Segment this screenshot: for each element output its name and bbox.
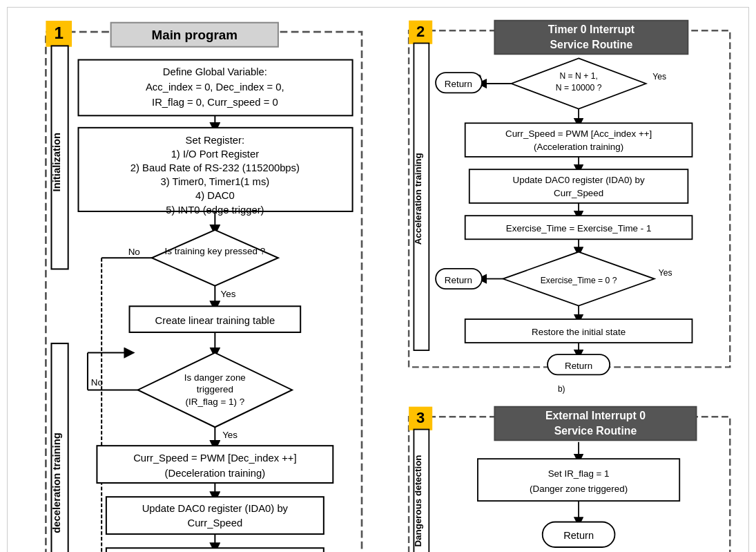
block-restore: Restore the initial state: [532, 327, 626, 337]
diamond-exercise-text: Exercise_Time = 0 ?: [540, 276, 617, 285]
block-exercise: Exercise_Time = Exercise_Time - 1: [505, 223, 650, 234]
diamond-danger-t3: (IR_flag = 1) ?: [186, 397, 245, 407]
diamond-training-text: Is training key pressed ?: [164, 246, 265, 256]
block-linear: Create linear training table: [155, 315, 275, 326]
title-c1: External Interrupt 0: [545, 410, 645, 421]
yes-b1: Yes: [652, 72, 666, 82]
svg-rect-23: [106, 548, 324, 552]
badge-2: 2: [416, 23, 425, 40]
block-irflag2: (Danger zone triggered): [530, 483, 628, 493]
diamond-training: [152, 230, 278, 286]
init-label: Initialization: [51, 133, 62, 192]
diagram-b-svg: 2 Timer 0 Interrupt Service Routine Acce…: [385, 18, 739, 380]
yes-label-2: Yes: [222, 430, 238, 440]
block-dac: 4) DAC0: [195, 190, 235, 201]
yes-label-1: Yes: [220, 289, 235, 299]
block-ir: IR_flag = 0, Curr_speed = 0: [152, 97, 278, 108]
danger-label: Dangerous detection: [413, 455, 423, 546]
badge-3: 3: [416, 408, 425, 426]
block-dac-b2: Curr_Speed: [554, 188, 603, 198]
label-b: b): [385, 384, 739, 394]
title-b1: Timer 0 Interrupt: [547, 23, 634, 35]
block-io: 1) I/O Port Register: [171, 149, 260, 160]
block-baud: 2) Baud Rate of RS-232 (115200bps): [130, 162, 300, 173]
block-acc2: (Acceleration training): [534, 142, 623, 152]
badge-1: 1: [54, 23, 63, 42]
block-acc1: Curr_Speed = PWM [Acc_index ++]: [505, 129, 651, 139]
diamond-n-t2: N = 10000 ?: [555, 83, 601, 93]
diagrams-row: 1 Main program Initialization Define Glo…: [18, 18, 738, 552]
block-dac0-a: Update DAC0 register (IDA0) by: [142, 503, 289, 514]
block-set: Set Register:: [186, 135, 245, 146]
block-dec2: (Deceleration training): [165, 468, 266, 479]
block-dec1: Curr_Speed = PWM [Dec_index ++]: [133, 453, 296, 464]
title-b2: Service Routine: [550, 39, 632, 50]
diagram-b-container: 2 Timer 0 Interrupt Service Routine Acce…: [385, 18, 739, 394]
block-acc: Acc_index = 0, Dec_index = 0,: [146, 82, 284, 93]
block-currspeed-a: Curr_Speed: [187, 517, 242, 529]
dec-label: deceleration training: [51, 432, 62, 533]
diamond-n-t1: N = N + 1,: [559, 71, 597, 81]
diamond-danger-t1: Is danger zone: [184, 372, 246, 383]
yes-b2: Yes: [658, 268, 672, 278]
return-c-text: Return: [563, 530, 594, 541]
diagram-a-container: 1 Main program Initialization Define Glo…: [18, 18, 371, 552]
return-b2-text: Return: [444, 275, 472, 285]
block-dac-b1: Update DAC0 register (IDA0) by: [512, 175, 644, 185]
svg-rect-47: [477, 459, 679, 501]
main-container: 1 Main program Initialization Define Glo…: [7, 7, 749, 552]
diagram-c-svg: 3 External Interrupt 0 Service Routine D…: [385, 404, 739, 552]
title-c2: Service Routine: [554, 425, 637, 437]
diagram-c-container: 3 External Interrupt 0 Service Routine D…: [385, 404, 739, 552]
title-a: Main program: [152, 28, 238, 42]
return-b3-text: Return: [565, 361, 592, 371]
no-label-2: No: [91, 377, 103, 388]
diamond-danger-t2: triggered: [197, 384, 233, 394]
block-timer: 3) Timer0, Timer1(1 ms): [160, 176, 269, 187]
return-b1-text: Return: [444, 79, 472, 89]
acc-label: Acceleration training: [413, 153, 423, 245]
diagram-right-container: 2 Timer 0 Interrupt Service Routine Acce…: [385, 18, 739, 552]
diagram-a-svg: 1 Main program Initialization Define Glo…: [18, 18, 371, 552]
no-label-1: No: [128, 247, 140, 257]
block-define: Define Global Variable:: [163, 66, 267, 77]
block-irflag1: Set IR_flag = 1: [547, 468, 609, 478]
